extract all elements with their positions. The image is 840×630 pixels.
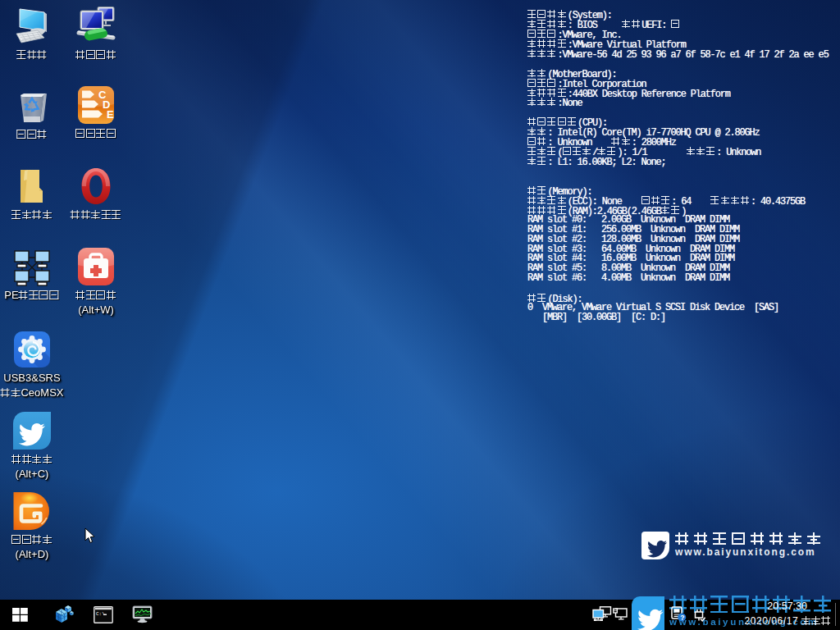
svg-text:?: ? [680, 614, 684, 622]
svg-text:E: E [107, 108, 114, 121]
